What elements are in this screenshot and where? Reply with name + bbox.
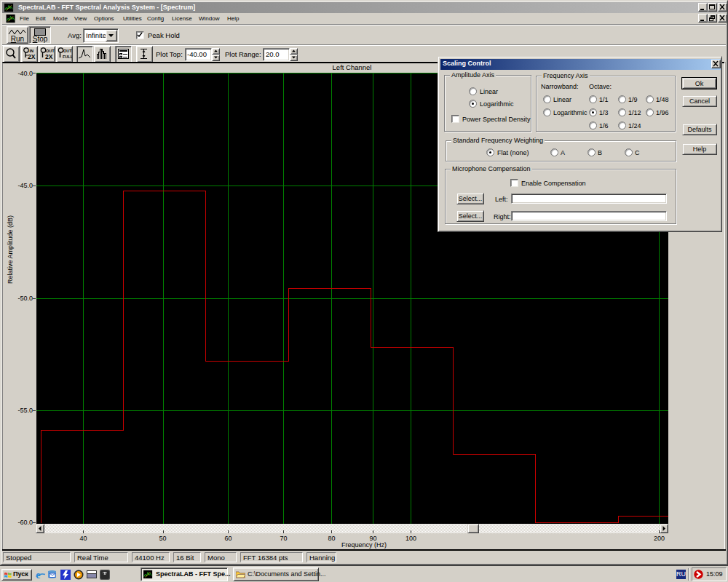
svg-text:2X: 2X xyxy=(45,53,53,60)
svg-text:FULL: FULL xyxy=(63,55,72,59)
svg-text:OUT: OUT xyxy=(63,49,72,53)
svg-text:2X: 2X xyxy=(28,53,36,60)
